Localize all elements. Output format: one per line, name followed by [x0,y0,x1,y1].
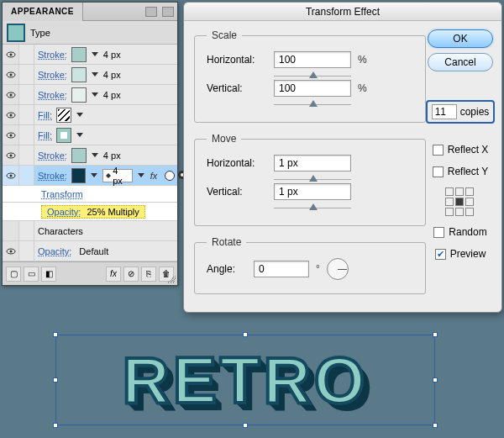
stroke-row[interactable]: Stroke: 4 px [3,65,177,85]
scale-h-slider[interactable] [274,73,351,80]
move-v-slider[interactable] [274,205,351,212]
stroke-label[interactable]: Stroke: [38,171,67,181]
angle-input[interactable] [254,261,309,277]
panel-header[interactable]: APPEARANCE [3,3,177,21]
copies-field[interactable]: copies [426,100,496,124]
appearance-rows: Stroke: 4 px Stroke: 4 px Stroke: 4 px [3,45,177,261]
add-effect-icon[interactable]: fx [106,266,121,282]
svg-point-5 [9,93,12,96]
transform-effect-row[interactable]: Transform [3,186,177,203]
stroke-size-input[interactable]: 4 px [102,169,133,182]
move-h-slider[interactable] [274,177,351,183]
visibility-icon[interactable] [6,110,16,120]
selection-handle-icon[interactable] [53,377,58,383]
new-art-icon[interactable]: ▢ [6,266,21,282]
swatch-dropdown-icon[interactable] [91,48,99,61]
reflect-x-checkbox[interactable]: Reflect X [433,144,489,156]
size-dropdown-icon[interactable] [137,169,145,182]
selection-handle-icon[interactable] [243,423,248,428]
origin-center-icon[interactable] [455,198,464,206]
target-ring-icon[interactable] [165,171,175,181]
swatch-dropdown-icon[interactable] [90,169,98,182]
stroke-label[interactable]: Stroke: [38,70,67,80]
swatch-dropdown-icon[interactable] [91,149,99,162]
visibility-icon[interactable] [6,90,16,100]
fill-label[interactable]: Fill: [38,130,52,140]
move-v-input[interactable] [274,183,351,200]
stroke-label[interactable]: Stroke: [38,150,67,161]
stroke-swatch-icon[interactable] [71,67,87,82]
random-checkbox[interactable]: Random [433,226,486,238]
stroke-opacity-row[interactable]: Opacity: 25% Multiply [3,203,177,221]
opacity-label[interactable]: Opacity: [47,207,81,217]
stroke-swatch-icon[interactable] [71,87,87,103]
appearance-panel: APPEARANCE Type Stroke: 4 px Stroke: [2,2,178,286]
angle-dial-icon[interactable] [327,258,349,280]
svg-point-3 [9,73,12,76]
swatch-dropdown-icon[interactable] [76,108,84,122]
panel-collapse-icon[interactable] [145,7,157,17]
visibility-icon[interactable] [6,246,16,256]
swatch-dropdown-icon[interactable] [91,68,99,82]
scale-v-input[interactable] [274,80,351,97]
rotate-group: Rotate Angle: ° [194,236,426,294]
selection-handle-icon[interactable] [53,423,58,428]
copies-input[interactable] [432,104,457,119]
stroke-label[interactable]: Stroke: [38,50,67,60]
opacity-label[interactable]: Opacity: [38,246,71,256]
scale-h-input[interactable] [274,51,351,68]
fill-row[interactable]: Fill: [3,105,177,125]
origin-point-grid[interactable] [445,187,475,216]
scale-v-slider[interactable] [274,102,351,108]
fill-swatch-icon[interactable] [56,108,71,123]
retro-text[interactable]: RETRO [123,342,369,419]
new-stroke-icon[interactable]: ▭ [24,266,39,282]
fill-row[interactable]: Fill: [3,125,177,145]
fx-indicator-icon[interactable]: fx [145,171,162,181]
stroke-row[interactable]: Stroke: 4 px [3,145,177,166]
ok-button[interactable]: OK [428,29,493,48]
selection-handle-icon[interactable] [433,423,438,428]
svg-point-15 [9,250,12,252]
selection-handle-icon[interactable] [433,332,438,337]
cancel-button[interactable]: Cancel [428,53,493,71]
fill-swatch-icon[interactable] [56,128,71,143]
default-opacity-row[interactable]: Opacity: Default [3,241,177,261]
swatch-dropdown-icon[interactable] [91,88,99,102]
appearance-tab[interactable]: APPEARANCE [3,3,83,21]
visibility-icon[interactable] [6,70,16,80]
stroke-row-selected[interactable]: Stroke: 4 px fx [3,166,177,186]
stroke-row[interactable]: Stroke: 4 px [3,45,177,65]
stroke-label[interactable]: Stroke: [38,90,67,100]
panel-menu-icon[interactable] [162,7,174,17]
transform-link[interactable]: Transform [41,189,83,199]
reflect-y-checkbox[interactable]: Reflect Y [433,166,488,177]
opacity-value: 25% Multiply [87,207,139,217]
resize-grip-icon[interactable] [167,275,176,283]
fill-label[interactable]: Fill: [38,110,52,120]
stroke-swatch-icon[interactable] [71,148,87,163]
visibility-icon[interactable] [6,171,16,181]
artboard-selection[interactable]: RETRO [55,335,435,425]
transform-effect-dialog: Transform Effect Scale Horizontal: % Ver… [183,2,502,313]
svg-point-9 [9,134,12,136]
new-fill-icon[interactable]: ◧ [41,266,56,282]
characters-row[interactable]: Characters [3,221,177,241]
stroke-swatch-icon[interactable] [71,168,87,183]
visibility-icon[interactable] [6,150,16,161]
clear-appearance-icon[interactable]: ⊘ [123,266,139,282]
scale-v-unit: % [358,82,367,94]
dialog-title: Transform Effect [184,3,501,21]
swatch-dropdown-icon[interactable] [76,129,84,142]
move-v-label: Vertical: [207,186,267,198]
stroke-row[interactable]: Stroke: 4 px [3,85,177,105]
selection-handle-icon[interactable] [243,332,248,337]
stroke-swatch-icon[interactable] [71,47,87,62]
visibility-icon[interactable] [6,50,16,60]
selection-handle-icon[interactable] [53,332,58,337]
duplicate-icon[interactable]: ⎘ [141,266,156,282]
visibility-icon[interactable] [6,130,16,140]
selection-handle-icon[interactable] [433,377,438,383]
preview-checkbox[interactable]: ✔Preview [435,248,486,260]
move-h-input[interactable] [274,155,351,172]
